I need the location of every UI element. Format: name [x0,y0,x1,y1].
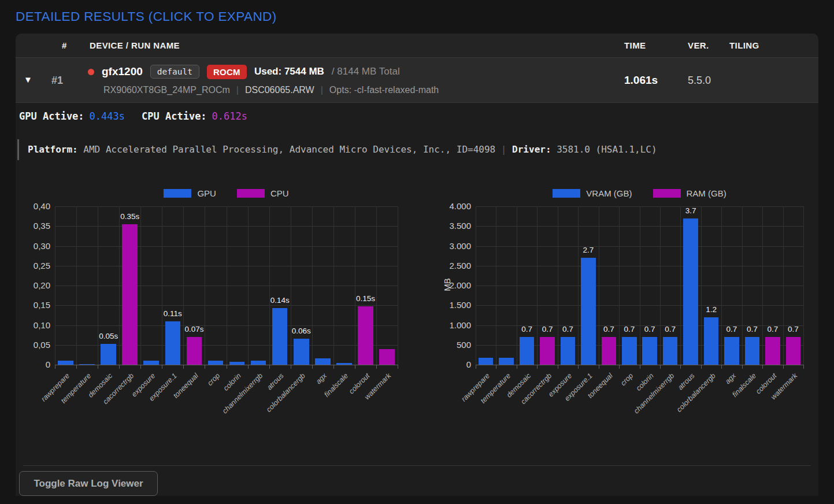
gridline-v [537,206,538,365]
x-tickmark [227,365,227,369]
bar-rawprepare [58,361,73,365]
row-index: #1 [51,75,63,87]
x-tickmark [355,365,355,369]
x-tickmark [98,365,98,369]
gridline-v [98,206,98,365]
gpu-active-label: GPU Active: [19,110,84,122]
status-dot-icon [88,69,94,75]
x-tickmark [205,365,205,369]
separator: | [321,85,323,95]
gridline-v [599,206,599,365]
gridline-v [803,206,804,365]
y-tick: 0,10 [17,320,50,330]
y-tick: 0,30 [17,241,50,251]
x-tickmark [558,365,558,369]
x-tickmark [376,365,377,369]
run-name: RX9060XT8GB_24MP_ROCm [103,85,230,95]
legend-swatch-ram [653,189,681,198]
table-row[interactable]: ▼ #1 gfx1200 default ROCM Used: 7544 MB … [16,58,818,103]
bar-cacorrectrgb [540,337,555,365]
table-header: # DEVICE / RUN NAME TIME VER. TILING [16,34,818,58]
legend-item: RAM (GB) [653,188,726,198]
bar-colorbalancergb [294,339,309,365]
x-tickmark [76,365,77,369]
time-chart: GPUCPU00,050,100,150,200,250,300,350,40r… [20,184,413,461]
bar-value-label: 1.2 [688,305,735,314]
bar-watermark [379,349,395,365]
divider [23,465,811,466]
y-tick: 4.000 [438,201,471,211]
x-tickmark [680,365,681,369]
gridline-v [701,206,702,365]
gridline-v [660,206,661,365]
run-time: 1.061s [624,74,658,87]
legend-label: GPU [197,188,216,198]
x-label-watermark: watermark [769,372,799,401]
legend-label: VRAM (GB) [586,188,632,198]
bar-watermark [786,337,801,365]
gpu-active-value: 0.443s [90,110,125,122]
x-label-watermark: watermark [363,372,392,401]
legend-item: VRAM (GB) [553,188,632,198]
bar-channelmixerrgb [663,337,678,365]
x-tickmark [291,365,291,369]
gridline-v [205,206,205,365]
gridline-v [762,206,763,365]
legend-label: RAM (GB) [687,188,726,198]
legend-item: CPU [237,188,289,198]
gridline-v [619,206,620,365]
bar-value-label: 0.07s [171,325,217,333]
gridline-v [783,206,784,365]
memory-used: Used: 7544 MB [254,66,324,77]
y-tick: 0,35 [17,221,50,231]
legend-swatch-gpu [164,189,191,198]
bar-temperature [79,364,95,365]
chevron-down-icon[interactable]: ▼ [24,75,32,84]
gridline-v [248,206,249,365]
x-tickmark [537,365,538,369]
bar-atrous [683,218,698,365]
gridline-v [742,206,743,365]
x-tickmark [619,365,620,369]
x-label-anchor: watermark [712,372,793,382]
gridline-v [162,206,162,365]
x-tickmark [803,365,804,369]
y-tick: 0 [17,360,50,369]
bar-value-label: 0.06s [278,327,324,335]
separator: | [501,144,507,155]
y-tick: 3.000 [438,241,471,251]
gridline-v [227,206,227,365]
x-tickmark [599,365,599,369]
x-tickmark [721,365,722,369]
bar-cacorrectrgb [122,224,138,365]
bar-colorout [765,337,780,365]
x-axis [476,365,803,365]
bar-agx [315,358,331,365]
bar-rawprepare [479,358,494,365]
x-tickmark [640,365,640,369]
gridline-v [558,206,558,365]
gridline-v [640,206,640,365]
bar-crop [622,337,637,365]
platform-value: AMD Accelerated Parallel Processing, Adv… [83,144,495,155]
bar-value-label: 0.35s [107,212,153,221]
run-version: 5.5.0 [688,75,711,87]
gridline-v [76,206,77,365]
y-tick: 0,20 [17,280,50,290]
gridline-v [183,206,184,365]
x-tickmark [742,365,743,369]
bar-toneequal [602,337,617,365]
x-tickmark [333,365,334,369]
bar-atrous [272,308,288,365]
toggle-raw-log-button[interactable]: Toggle Raw Log Viewer [19,471,158,496]
gridline-v [312,206,313,365]
x-tickmark [269,365,270,369]
x-tickmark [660,365,661,369]
platform-label: Platform: [28,144,78,155]
gridline-v [333,206,334,365]
bar-finalscale [745,337,760,365]
y-tick: 0,05 [17,340,50,350]
row-sub-line: RX9060XT8GB_24MP_ROCm | DSC06065.ARW | O… [103,85,439,95]
y-tick: 2.500 [438,261,471,270]
x-tickmark [578,365,579,369]
